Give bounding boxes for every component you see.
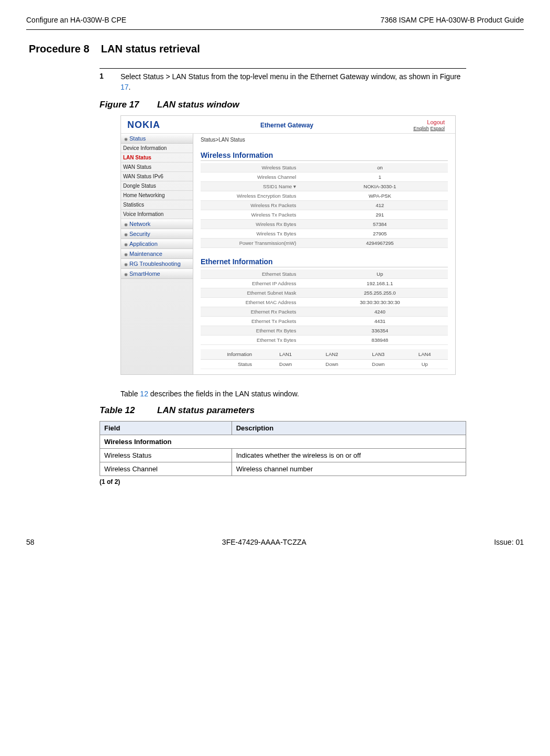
issue: Issue: 01 (494, 538, 524, 546)
table-row: Status Down Down Down Up (201, 360, 448, 369)
step-text: Select Status > LAN Status from the top-… (120, 72, 466, 92)
header-rule (26, 29, 524, 30)
screenshot: NOKIA Ethernet Gateway Logout English Es… (120, 115, 456, 375)
table-row: SSID1 Name▾NOKIA-3030-1 (201, 182, 448, 191)
table-row: Ethernet IP Address192.168.1.1 (201, 279, 448, 288)
nokia-logo: NOKIA (127, 120, 160, 131)
sidebar-head-smarthome[interactable]: SmartHome (121, 269, 193, 279)
table-row: Ethernet Rx Packets4240 (201, 307, 448, 317)
sidebar-head-maintenance[interactable]: Maintenance (121, 249, 193, 259)
ss-header: NOKIA Ethernet Gateway Logout English Es… (121, 116, 455, 134)
table-header-row: Information LAN1 LAN2 LAN3 LAN4 (201, 349, 448, 360)
figure-number: Figure 17 (100, 100, 157, 110)
table-name: LAN status parameters (157, 405, 255, 415)
sidebar-head-security[interactable]: Security (121, 229, 193, 239)
table-row: Wireless ChannelWireless channel number (100, 462, 466, 476)
table-title: Table 12LAN status parameters (100, 405, 524, 416)
ssid-select[interactable]: SSID1 Name▾ (263, 183, 296, 189)
params-header-row: Field Description (100, 422, 466, 435)
doc-id: 3FE-47429-AAAA-TCZZA (222, 538, 306, 546)
figure-ref-link[interactable]: 17 (120, 83, 129, 91)
table-row: Wireless StatusIndicates whether the wir… (100, 449, 466, 462)
wireless-table: Wireless Statuson Wireless Channel1 SSID… (201, 163, 448, 248)
ss-content: Status>LAN Status Wireless Information W… (193, 134, 455, 374)
sidebar-head-network[interactable]: Network (121, 219, 193, 229)
table-row: Ethernet Tx Packets4431 (201, 317, 448, 326)
table-row: Wireless Tx Packets291 (201, 210, 448, 220)
table-desc-text: Table 12 describes the fields in the LAN… (120, 390, 524, 398)
sidebar-item-wan-status[interactable]: WAN Status (121, 163, 193, 172)
table-row: Wireless Channel1 (201, 172, 448, 182)
chevron-down-icon: ▾ (293, 183, 296, 189)
sidebar-item-voice[interactable]: Voice Information (121, 210, 193, 219)
procedure-title: Procedure 8 LAN status retrieval (29, 43, 524, 55)
procedure-name: LAN status retrieval (101, 43, 200, 55)
params-table: Field Description Wireless Information W… (100, 421, 466, 476)
sidebar-item-stats[interactable]: Statistics (121, 200, 193, 210)
wireless-section-title: Wireless Information (201, 151, 448, 161)
table-row: Wireless Tx Bytes27905 (201, 229, 448, 239)
table-number: Table 12 (100, 405, 157, 416)
table-ref-link[interactable]: 12 (140, 390, 148, 398)
figure-title: Figure 17LAN status window (100, 100, 524, 110)
step-rule (100, 68, 466, 69)
lan-port-table: Information LAN1 LAN2 LAN3 LAN4 Status D… (201, 349, 448, 369)
sidebar-head-rg[interactable]: RG Troubleshooting (121, 259, 193, 269)
gateway-title: Ethernet Gateway (260, 122, 313, 129)
page-footer: 58 3FE-47429-AAAA-TCZZA Issue: 01 (0, 538, 550, 562)
table-row: Wireless Statuson (201, 163, 448, 172)
table-row: Wireless Encryption StatusWPA-PSK (201, 191, 448, 201)
figure-name: LAN status window (157, 100, 239, 110)
table-page-count: (1 of 2) (100, 478, 524, 485)
table-row: Ethernet MAC Address30:30:30:30:30:30 (201, 298, 448, 307)
page-number: 58 (26, 538, 35, 546)
sidebar-item-lan-status[interactable]: LAN Status (121, 153, 193, 163)
header-left: Configure an HA-030W-B CPE (26, 16, 126, 24)
table-row: Ethernet StatusUp (201, 269, 448, 279)
lang-espaol[interactable]: Espaol (430, 126, 445, 131)
table-row: Wireless Rx Bytes57384 (201, 220, 448, 229)
sidebar: Status Device Information LAN Status WAN… (121, 134, 193, 374)
sidebar-item-dongle[interactable]: Dongle Status (121, 181, 193, 191)
sidebar-item-device-info[interactable]: Device Information (121, 144, 193, 153)
table-row: Ethernet Subnet Mask255.255.255.0 (201, 288, 448, 298)
sidebar-item-home-net[interactable]: Home Networking (121, 191, 193, 200)
col-field: Field (100, 422, 232, 435)
step-number: 1 (100, 72, 120, 92)
step-1: 1 Select Status > LAN Status from the to… (100, 72, 524, 92)
header-right: 7368 ISAM CPE HA-030W-B Product Guide (380, 16, 524, 24)
table-row: Wireless Rx Packets412 (201, 201, 448, 210)
sidebar-head-application[interactable]: Application (121, 239, 193, 249)
procedure-number: Procedure 8 (29, 43, 90, 55)
sidebar-item-wan-ipv6[interactable]: WAN Status IPv6 (121, 172, 193, 181)
table-row: Ethernet Rx Bytes336354 (201, 326, 448, 336)
table-row: Power Transmission(mW)4294967295 (201, 239, 448, 248)
ethernet-section-title: Ethernet Information (201, 257, 448, 267)
sidebar-head-status[interactable]: Status (121, 134, 193, 144)
breadcrumb: Status>LAN Status (201, 134, 448, 148)
logout-link[interactable]: Logout (413, 119, 445, 125)
lang-english[interactable]: English (413, 126, 429, 131)
table-row: Ethernet Tx Bytes838948 (201, 336, 448, 345)
ethernet-table: Ethernet StatusUp Ethernet IP Address192… (201, 269, 448, 345)
params-subhead: Wireless Information (100, 435, 466, 449)
header-actions: Logout English Espaol (413, 119, 445, 131)
col-desc: Description (232, 422, 466, 435)
